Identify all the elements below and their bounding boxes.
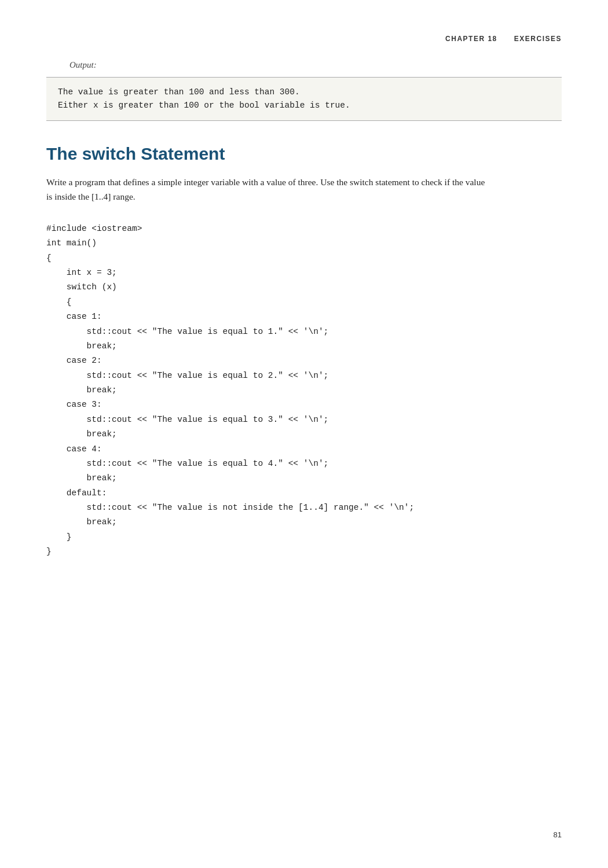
code-line: int main()	[46, 236, 562, 251]
code-block: #include <iostream> int main() { int x =…	[46, 222, 562, 560]
page-container: CHAPTER 18 EXERCISES Output: The value i…	[0, 0, 608, 868]
code-line: break;	[46, 427, 562, 442]
code-line: std::cout << "The value is equal to 1." …	[46, 325, 562, 339]
page-number: 81	[554, 830, 562, 839]
code-line: {	[46, 251, 562, 266]
chapter-label: CHAPTER 18 EXERCISES	[445, 35, 562, 43]
output-line-2: Either x is greater than 100 or the bool…	[58, 99, 550, 112]
code-line: int x = 3;	[46, 266, 562, 280]
code-line: std::cout << "The value is not inside th…	[46, 501, 562, 515]
code-line: break;	[46, 515, 562, 529]
section-title: The switch Statement	[46, 144, 562, 164]
code-line: }	[46, 530, 562, 545]
output-label: Output:	[69, 60, 562, 70]
code-line: case 3:	[46, 398, 562, 412]
code-line: #include <iostream>	[46, 222, 562, 236]
code-line: switch (x)	[46, 280, 562, 295]
code-line: break;	[46, 339, 562, 354]
page-header: CHAPTER 18 EXERCISES	[46, 35, 562, 43]
chapter-number: CHAPTER 18	[445, 35, 497, 43]
switch-section: The switch Statement Write a program tha…	[46, 144, 562, 559]
code-line: std::cout << "The value is equal to 3." …	[46, 413, 562, 427]
code-line: break;	[46, 471, 562, 486]
code-line: default:	[46, 486, 562, 501]
section-description: Write a program that defines a simple in…	[46, 175, 486, 204]
code-line: {	[46, 295, 562, 310]
code-line: }	[46, 545, 562, 559]
code-line: break;	[46, 383, 562, 398]
code-line: case 2:	[46, 354, 562, 368]
code-line: std::cout << "The value is equal to 2." …	[46, 369, 562, 383]
code-line: std::cout << "The value is equal to 4." …	[46, 457, 562, 471]
output-code-box: The value is greater than 100 and less t…	[46, 77, 562, 121]
code-line: case 1:	[46, 310, 562, 324]
output-line-1: The value is greater than 100 and less t…	[58, 86, 550, 99]
section-label: EXERCISES	[514, 35, 562, 43]
code-line: case 4:	[46, 442, 562, 457]
